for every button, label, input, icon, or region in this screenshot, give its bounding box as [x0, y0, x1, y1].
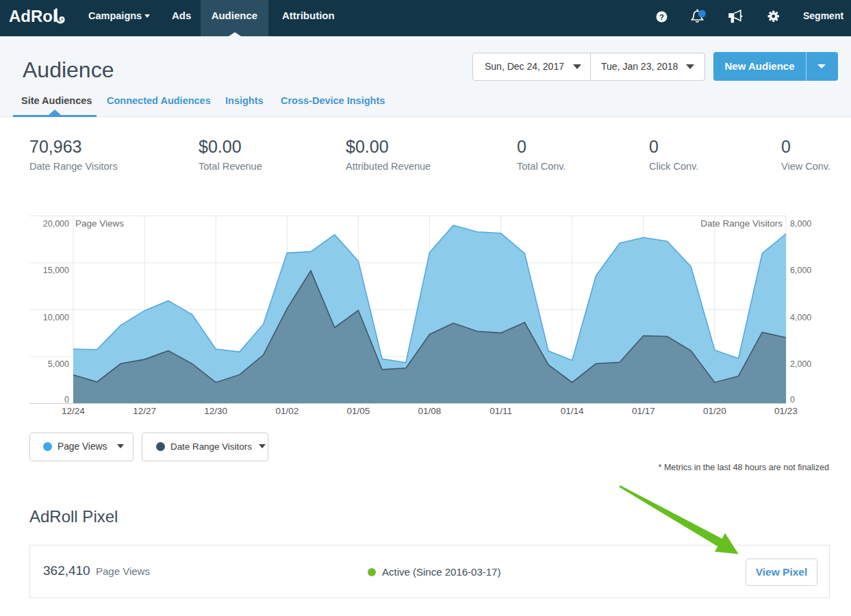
svg-text:01/08: 01/08	[418, 406, 442, 416]
svg-text:01/14: 01/14	[561, 406, 584, 416]
svg-text:8,000: 8,000	[790, 219, 811, 229]
svg-text:Date Range Visitors: Date Range Visitors	[700, 218, 783, 229]
svg-text:12/27: 12/27	[133, 406, 156, 416]
svg-text:Page Views: Page Views	[75, 218, 124, 229]
svg-text:2,000: 2,000	[790, 359, 811, 369]
svg-text:0: 0	[790, 395, 795, 405]
svg-text:12/30: 12/30	[204, 406, 227, 416]
svg-text:12/24: 12/24	[62, 406, 85, 416]
svg-text:6,000: 6,000	[790, 266, 811, 275]
svg-text:4,000: 4,000	[790, 313, 811, 322]
svg-text:01/20: 01/20	[703, 406, 726, 416]
svg-text:15,000: 15,000	[43, 266, 69, 275]
svg-text:0: 0	[64, 395, 69, 405]
svg-text:01/23: 01/23	[774, 406, 798, 416]
svg-text:01/02: 01/02	[275, 406, 299, 416]
svg-text:01/17: 01/17	[632, 406, 655, 416]
svg-text:20,000: 20,000	[43, 219, 69, 229]
svg-text:01/05: 01/05	[347, 406, 370, 416]
svg-text:10,000: 10,000	[43, 313, 69, 322]
svg-text:5,000: 5,000	[48, 359, 69, 369]
svg-text:01/11: 01/11	[490, 406, 512, 416]
